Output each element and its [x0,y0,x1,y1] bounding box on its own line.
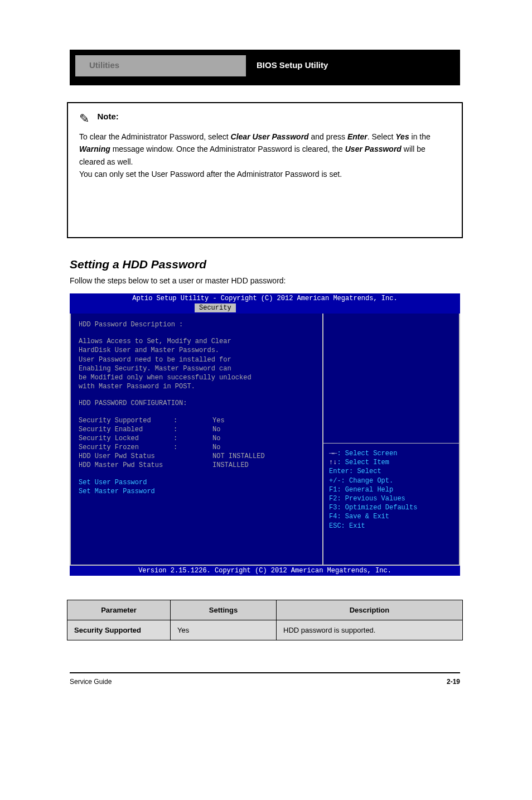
header-left-text: Utilities [89,60,119,70]
section-intro: Follow the steps below to set a user or … [70,276,286,285]
td-desc: HDD password is supported. [277,620,463,640]
bios-tab-row: Security [70,303,460,314]
bios-left-pane: HDD Password Description : Allows Access… [70,314,323,566]
note-em: Yes [395,132,409,141]
hdd-config-title: HDD PASSWORD CONFIGURATION: [79,399,315,408]
note-text: To clear the Administrator Password, sel… [79,132,231,141]
note-em: Enter [347,132,367,141]
config-value: No [212,425,220,434]
config-value: Yes [212,416,225,425]
hdd-desc-line: with Master Password in POST. [79,382,315,391]
note-em: User Password [345,144,402,153]
set-master-password[interactable]: Set Master Password [79,487,315,496]
config-row: Security Enabled:No [79,425,315,434]
config-colon [173,452,212,461]
note-em: Clear User Password [231,132,309,141]
note-body: To clear the Administrator Password, sel… [79,131,451,181]
help-line: F4: Save & Exit [329,512,453,521]
footer-left: Service Guide [70,678,112,686]
header-right-text: BIOS Setup Utility [257,60,328,70]
table-row: Security Supported Yes HDD password is s… [67,620,463,640]
help-line: Enter: Select [329,467,453,476]
bios-tab-security[interactable]: Security [195,303,236,312]
note-em: Warning [79,144,110,153]
bios-body: HDD Password Description : Allows Access… [70,314,460,566]
bios-title-bar: Aptio Setup Utility - Copyright (C) 2012… [70,293,460,303]
config-label: Security Locked [79,434,173,443]
arrow-icon: ↑↓ [329,459,337,466]
config-colon [173,461,212,470]
th-parameter: Parameter [67,600,171,620]
config-row: Security Supported:Yes [79,416,315,425]
help-line: →←: Select Screen [329,449,453,458]
note-text: . Select [367,132,396,141]
help-line: +/-: Change Opt. [329,476,453,485]
td-setting: Yes [171,620,277,640]
help-line: F1: General Help [329,485,453,494]
bios-right-pane: →←: Select Screen ↑↓: Select Item Enter:… [323,314,460,566]
bios-footer-bar: Version 2.15.1226. Copyright (C) 2012 Am… [70,566,460,576]
note-text: and press [309,132,347,141]
config-colon: : [173,443,212,452]
table-header-row: Parameter Settings Description [67,600,463,620]
set-user-password[interactable]: Set User Password [79,478,315,487]
help-line: F2: Previous Values [329,494,453,503]
th-description: Description [277,600,463,620]
config-row: HDD Master Pwd StatusINSTALLED [79,461,315,470]
help-line: ESC: Exit [329,522,453,531]
th-settings: Settings [171,600,277,620]
config-value: No [212,434,220,443]
config-colon: : [173,434,212,443]
note-box: ✎ Note: To clear the Administrator Passw… [67,102,463,238]
config-label: Security Supported [79,416,173,425]
footer-rule [70,672,460,673]
config-label: HDD User Pwd Status [79,452,173,461]
footer-page-number: 2-19 [447,678,460,686]
hdd-desc-line: be Modified only when successfully unloc… [79,373,315,382]
config-colon: : [173,416,212,425]
note-text: in the [409,132,431,141]
config-row: Security Locked:No [79,434,315,443]
help-block: →←: Select Screen ↑↓: Select Item Enter:… [329,437,453,531]
section-heading: Setting a HDD Password [70,258,206,271]
bios-screenshot: Aptio Setup Utility - Copyright (C) 2012… [70,293,460,575]
config-label: Security Frozen [79,443,173,452]
hdd-desc-line: Allows Access to Set, Modify and Clear [79,337,315,346]
config-value: INSTALLED [212,461,249,470]
param-table-real: Parameter Settings Description Security … [67,600,463,640]
note-text: message window. Once the Administrator P… [110,144,345,153]
note-icon: ✎ [79,112,89,126]
hdd-desc-title: HDD Password Description : [79,320,315,329]
help-line: ↑↓: Select Item [329,458,453,467]
arrow-icon: →← [329,450,337,457]
hdd-desc-line: HardDisk User and Master Passwords. [79,346,315,355]
td-param: Security Supported [67,620,171,640]
config-colon: : [173,425,212,434]
help-line: F3: Optimized Defaults [329,503,453,512]
config-row: HDD User Pwd StatusNOT INSTALLED [79,452,315,461]
config-row: Security Frozen:No [79,443,315,452]
hdd-desc-line: User Password need to be installed for [79,355,315,364]
config-label: Security Enabled [79,425,173,434]
separator [323,443,459,444]
config-value: No [212,443,220,452]
config-value: NOT INSTALLED [212,452,265,461]
hdd-desc-line: Enabling Security. Master Password can [79,364,315,373]
note-title: Note: [97,112,118,121]
config-label: HDD Master Pwd Status [79,461,173,470]
